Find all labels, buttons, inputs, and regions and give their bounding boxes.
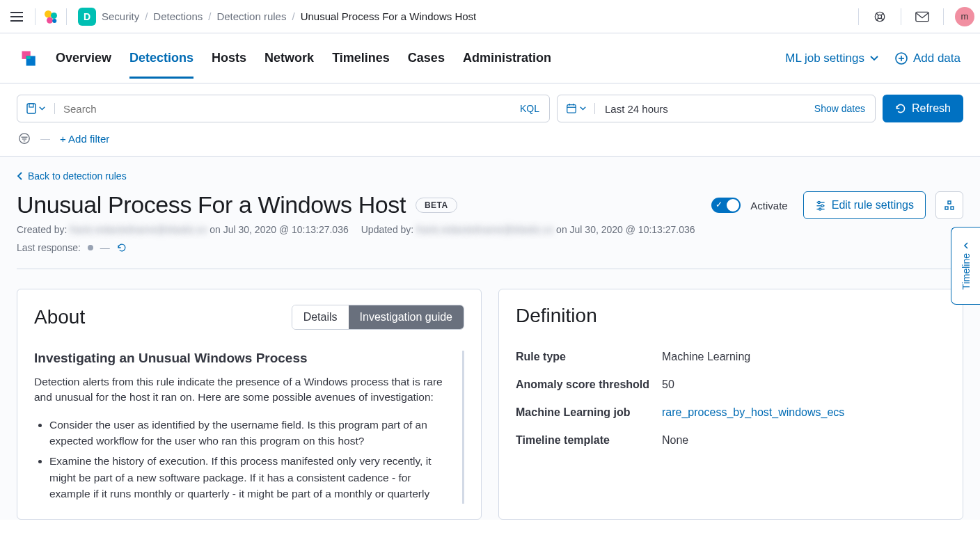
svg-point-28 bbox=[818, 201, 820, 203]
crumb-detections[interactable]: Detections bbox=[153, 10, 203, 22]
svg-point-8 bbox=[878, 15, 881, 18]
timeline-handle-label: Timeline bbox=[961, 253, 972, 289]
back-link-label: Back to detection rules bbox=[28, 170, 127, 182]
tab-hosts[interactable]: Hosts bbox=[212, 38, 246, 79]
svg-point-4 bbox=[51, 13, 57, 19]
refresh-status-button[interactable] bbox=[117, 243, 127, 253]
breadcrumb-sep: / bbox=[208, 10, 211, 22]
plus-circle-icon bbox=[895, 52, 908, 65]
svg-rect-34 bbox=[945, 207, 948, 209]
mail-icon bbox=[915, 11, 929, 22]
svg-rect-35 bbox=[951, 207, 954, 209]
check-icon: ✓ bbox=[716, 200, 722, 209]
chevron-down-icon bbox=[580, 106, 586, 111]
security-app-icon bbox=[19, 49, 39, 68]
chevron-down-icon bbox=[870, 56, 878, 61]
refresh-button[interactable]: Refresh bbox=[883, 95, 963, 122]
crumb-rules[interactable]: Detection rules bbox=[216, 10, 286, 22]
chevron-left-icon bbox=[963, 242, 970, 249]
app-tabs: Overview Detections Hosts Network Timeli… bbox=[56, 38, 551, 79]
refresh-icon bbox=[895, 103, 906, 114]
tab-network[interactable]: Network bbox=[264, 38, 314, 79]
svg-rect-18 bbox=[29, 104, 33, 107]
crumb-security[interactable]: Security bbox=[102, 10, 139, 22]
edit-rule-label: Edit rule settings bbox=[832, 199, 914, 211]
newsfeed-button[interactable] bbox=[866, 3, 894, 31]
tab-administration[interactable]: Administration bbox=[463, 38, 551, 79]
hamburger-icon bbox=[10, 12, 23, 22]
mail-button[interactable] bbox=[908, 3, 936, 31]
svg-rect-17 bbox=[27, 104, 35, 113]
tab-overview[interactable]: Overview bbox=[56, 38, 111, 79]
search-bar: KQL bbox=[17, 95, 550, 122]
back-link[interactable]: Back to detection rules bbox=[17, 170, 963, 182]
def-key-ml-job: Machine Learning job bbox=[516, 406, 655, 419]
add-data-label: Add data bbox=[913, 51, 961, 65]
tab-detections[interactable]: Detections bbox=[129, 38, 193, 79]
add-data-button[interactable]: Add data bbox=[895, 51, 961, 65]
ml-job-settings[interactable]: ML job settings bbox=[785, 51, 878, 65]
guide-bullet: Examine the history of execution. If thi… bbox=[49, 453, 452, 504]
about-content[interactable]: Investigating an Unusual Windows Process… bbox=[34, 351, 464, 504]
filter-divider: — bbox=[40, 133, 50, 144]
activate-label: Activate bbox=[750, 200, 787, 211]
chevron-left-icon bbox=[17, 172, 22, 180]
guide-heading: Investigating an Unusual Windows Process bbox=[34, 351, 452, 366]
date-picker: Last 24 hours Show dates bbox=[557, 95, 876, 122]
refresh-icon bbox=[117, 243, 127, 253]
search-input[interactable] bbox=[55, 103, 510, 115]
about-title: About bbox=[34, 306, 85, 328]
sliders-icon bbox=[815, 200, 826, 211]
divider bbox=[35, 8, 35, 25]
divider bbox=[901, 8, 901, 25]
show-dates-link[interactable]: Show dates bbox=[805, 103, 875, 114]
created-by: Created by: frank.redactedname@elastic.c… bbox=[17, 224, 349, 235]
saved-query-button[interactable] bbox=[17, 103, 55, 114]
tab-timelines[interactable]: Timelines bbox=[332, 38, 390, 79]
def-val-template: None bbox=[662, 434, 946, 447]
svg-line-9 bbox=[876, 13, 878, 15]
disk-icon bbox=[26, 103, 36, 114]
about-tabs: Details Investigation guide bbox=[292, 305, 464, 330]
svg-point-6 bbox=[52, 19, 56, 23]
svg-line-11 bbox=[876, 18, 878, 20]
timeline-flyout-handle[interactable]: Timeline bbox=[951, 227, 980, 305]
divider bbox=[943, 8, 944, 25]
date-picker-button[interactable] bbox=[558, 103, 595, 114]
edit-rule-button[interactable]: Edit rule settings bbox=[803, 191, 926, 219]
tab-investigation-guide[interactable]: Investigation guide bbox=[349, 305, 464, 329]
def-key-template: Timeline template bbox=[516, 434, 655, 447]
divider bbox=[66, 8, 67, 25]
svg-line-12 bbox=[881, 18, 883, 20]
def-link-ml-job[interactable]: rare_process_by_host_windows_ecs bbox=[662, 406, 946, 419]
beta-badge: BETA bbox=[416, 198, 457, 213]
filter-icon[interactable] bbox=[18, 132, 31, 145]
svg-rect-19 bbox=[567, 105, 576, 113]
svg-line-10 bbox=[881, 13, 883, 15]
add-filter-link[interactable]: + Add filter bbox=[60, 133, 109, 145]
avatar[interactable]: m bbox=[955, 7, 974, 26]
calendar-icon bbox=[566, 103, 577, 114]
nav-toggle[interactable] bbox=[6, 6, 28, 28]
app-tile[interactable]: D bbox=[78, 8, 96, 26]
breadcrumb: Security / Detections / Detection rules … bbox=[102, 10, 476, 22]
more-actions-button[interactable] bbox=[935, 191, 963, 219]
svg-rect-13 bbox=[916, 12, 928, 21]
tab-details[interactable]: Details bbox=[292, 305, 349, 329]
def-key-anomaly: Anomaly score threshold bbox=[516, 378, 655, 391]
activate-toggle[interactable]: ✓ bbox=[711, 198, 741, 213]
svg-point-23 bbox=[19, 134, 29, 143]
tab-cases[interactable]: Cases bbox=[408, 38, 445, 79]
def-val-rule-type: Machine Learning bbox=[662, 351, 946, 363]
date-range-label[interactable]: Last 24 hours bbox=[595, 103, 805, 115]
last-response: Last response: — bbox=[17, 242, 695, 253]
definition-title: Definition bbox=[516, 305, 946, 327]
divider bbox=[858, 8, 859, 25]
divider bbox=[17, 269, 963, 269]
guide-intro: Detection alerts from this rule indicate… bbox=[34, 374, 452, 406]
about-panel: About Details Investigation guide Invest… bbox=[17, 289, 482, 520]
updated-by: Updated by: frank.redactedname@elastic.c… bbox=[361, 224, 695, 235]
elastic-logo[interactable] bbox=[42, 8, 59, 25]
ml-job-settings-label: ML job settings bbox=[785, 51, 864, 65]
kql-toggle[interactable]: KQL bbox=[510, 103, 549, 114]
